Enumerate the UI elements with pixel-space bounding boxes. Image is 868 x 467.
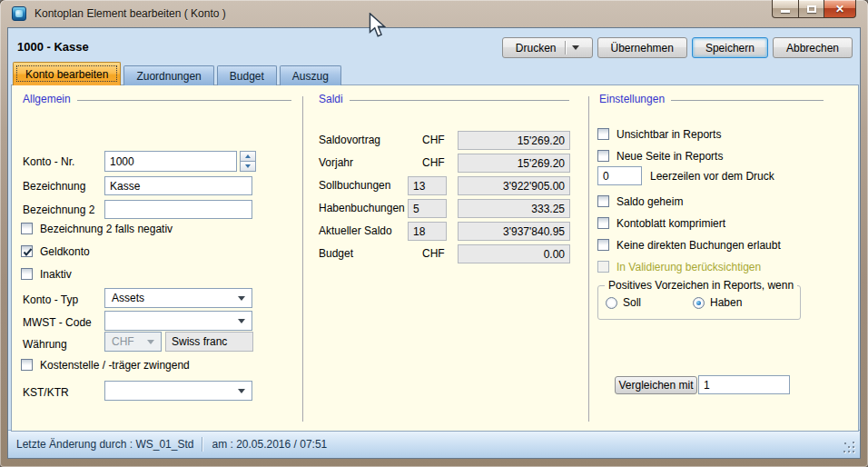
row-label: Saldovortrag xyxy=(319,134,380,146)
chevron-down-icon xyxy=(572,45,579,50)
checkbox-label: Bezeichnung 2 falls negativ xyxy=(40,223,173,235)
checkbox-label: Saldo geheim xyxy=(616,195,683,208)
checkbox-box[interactable] xyxy=(597,195,609,207)
checkbox-box[interactable] xyxy=(21,268,33,280)
uebernehmen-button[interactable]: Übernehmen xyxy=(597,37,687,58)
titlebar[interactable]: Kontoplan Element bearbeiten ( Konto ) xyxy=(0,0,868,27)
spin-up-icon[interactable] xyxy=(240,151,256,161)
content-panel: Allgemein Konto - Nr. Bezeichnung Bezeic… xyxy=(11,84,859,432)
tab-label: Zuordnungen xyxy=(136,70,201,83)
leerzeilen-label: Leerzeilen vor dem Druck xyxy=(650,170,774,183)
checkbox-neue-seite-in-reports[interactable]: Neue Seite in Reports xyxy=(597,150,723,163)
checkbox-box[interactable] xyxy=(21,245,33,257)
checkbox-unsichtbar-in-reports[interactable]: Unsichtbar in Reports xyxy=(597,128,721,141)
bezeichnung-input[interactable] xyxy=(104,176,252,195)
app-icon xyxy=(12,6,26,21)
konto-typ-select[interactable]: Assets xyxy=(104,288,252,308)
checkbox-saldo-geheim[interactable]: Saldo geheim xyxy=(597,195,683,208)
window-controls: ✕ xyxy=(773,0,856,18)
saldi-row-sollbuchungen: Sollbuchungen 13 3'922'905.00 xyxy=(319,176,570,195)
kst-ktr-label: KST/KTR xyxy=(23,386,69,399)
resize-grip[interactable] xyxy=(844,442,856,454)
bezeichnung2-label: Bezeichnung 2 xyxy=(23,204,94,216)
vergleichen-mit-button[interactable]: Vergleichen mit xyxy=(615,376,697,394)
close-button[interactable]: ✕ xyxy=(824,0,856,18)
column-divider xyxy=(588,96,589,422)
checkbox-box xyxy=(597,261,609,273)
vergleichen-mit-label: Vergleichen mit xyxy=(618,379,693,392)
mwst-code-select[interactable] xyxy=(104,311,252,331)
radio-button[interactable] xyxy=(693,297,705,309)
tab-label: Auszug xyxy=(292,70,329,83)
checkbox-box[interactable] xyxy=(597,239,609,251)
checkbox-inaktiv[interactable]: Inaktiv xyxy=(21,268,72,281)
radio-haben[interactable]: Haben xyxy=(693,296,742,309)
mouse-cursor xyxy=(369,13,386,38)
checkbox-box[interactable] xyxy=(597,217,609,229)
amount-field: 3'922'905.00 xyxy=(458,176,570,195)
bezeichnung2-input[interactable] xyxy=(104,200,252,219)
maximize-button[interactable] xyxy=(798,0,824,18)
client-area: 1000 - Kasse Drucken Übernehmen Speicher… xyxy=(7,27,861,459)
speichern-button[interactable]: Speichern xyxy=(692,37,768,58)
tab-auszug[interactable]: Auszug xyxy=(280,65,341,85)
checkbox-box[interactable] xyxy=(597,150,609,162)
radio-soll[interactable]: Soll xyxy=(606,296,641,309)
saldi-row-aktueller-saldo: Aktueller Saldo 18 3'937'840.95 xyxy=(319,222,570,241)
checkbox-kostenstelle[interactable]: Kostenstelle / -träger zwingend xyxy=(21,359,190,372)
checkbox-kontoblatt-komprimiert[interactable]: Kontoblatt komprimiert xyxy=(597,217,725,230)
spin-down-icon[interactable] xyxy=(240,161,256,172)
saldi-row-saldovortrag: Saldovortrag CHF 15'269.20 xyxy=(319,131,570,150)
checkbox-keine-direkten-buchungen[interactable]: Keine direkten Buchungen erlaubt xyxy=(597,239,781,252)
checkbox-bezeichnung-negativ[interactable]: Bezeichnung 2 falls negativ xyxy=(21,223,173,235)
group-line xyxy=(77,100,291,101)
tab-bar: Konto bearbeiten Zuordnungen Budget Ausz… xyxy=(13,62,341,85)
currency-label: CHF xyxy=(422,134,445,146)
amount-field: 333.25 xyxy=(458,199,570,218)
einstellungen-title: Einstellungen xyxy=(599,93,665,105)
minimize-icon xyxy=(781,10,790,13)
close-icon: ✕ xyxy=(835,4,844,15)
checkbox-box[interactable] xyxy=(597,128,609,140)
dialog-window: Kontoplan Element bearbeiten ( Konto ) ✕… xyxy=(0,0,868,467)
checkbox-label: Keine direkten Buchungen erlaubt xyxy=(616,239,781,252)
maximize-icon xyxy=(807,5,816,13)
drucken-button[interactable]: Drucken xyxy=(502,37,593,58)
checkbox-label: Neue Seite in Reports xyxy=(616,150,723,163)
checkbox-label: Kontoblatt komprimiert xyxy=(616,217,725,230)
checkbox-label: In Validierung berücksichtigen xyxy=(616,261,761,273)
konto-typ-value: Assets xyxy=(112,292,144,304)
minimize-button[interactable] xyxy=(772,0,799,18)
tab-zuordnungen[interactable]: Zuordnungen xyxy=(123,65,213,85)
tab-budget[interactable]: Budget xyxy=(217,65,277,85)
saldi-row-budget: Budget CHF 0.00 xyxy=(319,244,570,263)
checkbox-in-validierung: In Validierung berücksichtigen xyxy=(597,261,761,273)
mwst-code-label: MWST - Code xyxy=(23,316,92,329)
radio-button[interactable] xyxy=(606,297,617,309)
konto-nr-stepper[interactable] xyxy=(240,151,256,172)
tab-label: Budget xyxy=(230,70,264,83)
checkbox-box[interactable] xyxy=(21,223,33,234)
tab-konto-bearbeiten[interactable]: Konto bearbeiten xyxy=(13,62,121,85)
row-label: Budget xyxy=(319,247,353,260)
row-label: Aktueller Saldo xyxy=(319,224,392,237)
konto-nr-input[interactable] xyxy=(104,151,237,172)
vorzeichen-group: Positives Vorzeichen in Reports, wenn So… xyxy=(597,285,801,320)
count-field: 13 xyxy=(408,176,447,195)
leerzeilen-input[interactable] xyxy=(597,166,642,185)
currency-label: CHF xyxy=(422,156,445,169)
checkbox-label: Unsichtbar in Reports xyxy=(616,128,721,141)
status-timestamp: am : 20.05.2016 / 07:51 xyxy=(212,438,327,451)
checkbox-geldkonto[interactable]: Geldkonto xyxy=(21,245,90,258)
uebernehmen-label: Übernehmen xyxy=(611,42,674,55)
vergleichen-mit-input[interactable] xyxy=(698,375,790,394)
allgemein-group-header: Allgemein xyxy=(23,93,291,105)
abbrechen-button[interactable]: Abbrechen xyxy=(773,37,853,58)
tab-label: Konto bearbeiten xyxy=(25,68,108,81)
kst-ktr-select[interactable] xyxy=(104,381,252,401)
account-title: 1000 - Kasse xyxy=(17,40,89,54)
chevron-down-icon xyxy=(147,340,154,344)
checkbox-box[interactable] xyxy=(21,359,33,371)
amount-field: 0.00 xyxy=(458,244,570,263)
count-field: 5 xyxy=(408,199,447,218)
